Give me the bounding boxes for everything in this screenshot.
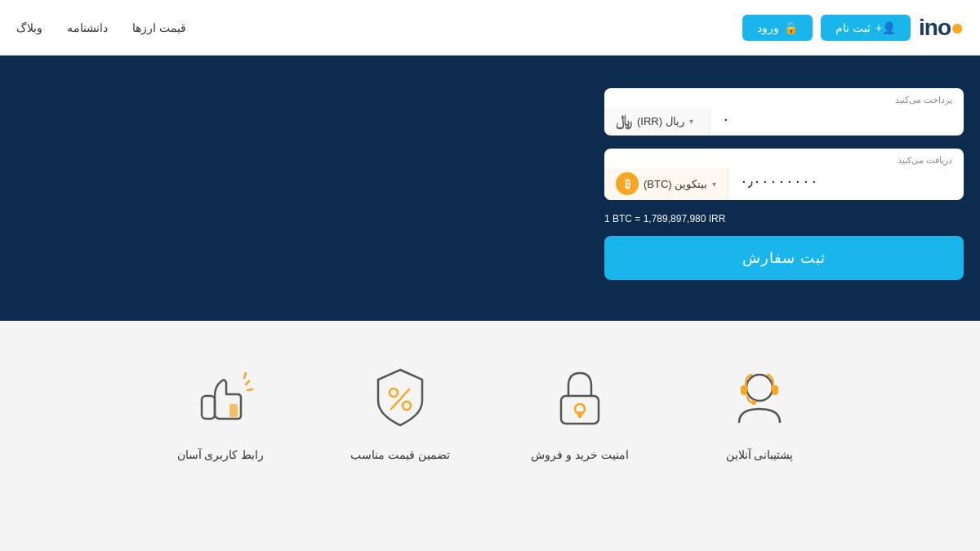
feature-ui-label: رابط کاربری آسان bbox=[177, 448, 265, 461]
svg-line-13 bbox=[244, 373, 246, 378]
nav-blog[interactable]: وبلاگ bbox=[16, 21, 42, 34]
pay-currency-selector[interactable]: ▾ ریال (IRR) ﷼ bbox=[604, 108, 710, 135]
lock-security-icon bbox=[543, 362, 617, 435]
feature-ui: رابط کاربری آسان bbox=[155, 362, 286, 461]
feature-price-label: تضمین قیمت مناسب bbox=[350, 448, 450, 461]
svg-point-0 bbox=[746, 375, 773, 401]
svg-point-3 bbox=[751, 400, 756, 405]
shield-percent-icon bbox=[363, 362, 437, 435]
user-plus-icon: 👤+ bbox=[875, 21, 896, 34]
pay-input-group: پرداخت می‌کنید ▾ ریال (IRR) ﷼ bbox=[604, 88, 964, 136]
header-left: ●ino 👤+ ثبت نام 🔒 ورود bbox=[742, 15, 964, 41]
svg-rect-14 bbox=[229, 404, 238, 417]
feature-support: پشتیبانی آنلاین bbox=[694, 362, 825, 461]
rial-icon: ﷼ bbox=[616, 113, 632, 130]
nav-wiki[interactable]: دانشنامه bbox=[67, 21, 108, 34]
pay-input[interactable] bbox=[710, 107, 964, 136]
header: ●ino 👤+ ثبت نام 🔒 ورود قیمت ارزها دانشنا… bbox=[0, 0, 980, 56]
receive-input[interactable] bbox=[728, 170, 964, 198]
headset-icon bbox=[723, 362, 796, 435]
receive-label: دریافت می‌کنید bbox=[604, 149, 964, 167]
nav-prices[interactable]: قیمت ارزها bbox=[132, 21, 186, 34]
main-nav: قیمت ارزها دانشنامه وبلاگ bbox=[16, 21, 186, 34]
receive-currency-label: بیتکوین (BTC) bbox=[644, 178, 707, 190]
svg-line-9 bbox=[391, 389, 409, 409]
svg-rect-4 bbox=[561, 396, 599, 424]
logo: ●ino bbox=[919, 15, 964, 41]
pay-row: ▾ ریال (IRR) ﷼ bbox=[604, 107, 964, 136]
rate-info: 1 BTC = 1,789,897,980 IRR bbox=[604, 213, 964, 224]
exchange-card: پرداخت می‌کنید ▾ ریال (IRR) ﷼ دریافت می‌… bbox=[604, 88, 964, 280]
svg-rect-10 bbox=[202, 396, 215, 419]
svg-rect-6 bbox=[578, 411, 582, 418]
order-button[interactable]: ثبت سفارش bbox=[604, 236, 964, 280]
thumbsup-icon bbox=[184, 362, 257, 435]
feature-price: تضمین قیمت مناسب bbox=[335, 362, 466, 461]
svg-point-7 bbox=[390, 389, 398, 397]
receive-input-group: دریافت می‌کنید ▾ بیتکوین (BTC) ₿ bbox=[604, 149, 964, 200]
lock-icon: 🔒 bbox=[784, 21, 798, 34]
svg-line-12 bbox=[247, 389, 252, 390]
pay-currency-label: ریال (IRR) bbox=[637, 115, 684, 127]
feature-security: امنیت خرید و فروش bbox=[514, 362, 645, 461]
pay-label: پرداخت می‌کنید bbox=[604, 88, 964, 107]
feature-support-label: پشتیبانی آنلاین bbox=[726, 448, 794, 461]
svg-line-11 bbox=[246, 381, 249, 384]
register-button[interactable]: 👤+ ثبت نام bbox=[821, 15, 911, 41]
bitcoin-icon: ₿ bbox=[616, 172, 639, 195]
hero-section: پرداخت می‌کنید ▾ ریال (IRR) ﷼ دریافت می‌… bbox=[0, 56, 980, 321]
receive-currency-selector[interactable]: ▾ بیتکوین (BTC) ₿ bbox=[604, 167, 728, 200]
login-button[interactable]: 🔒 ورود bbox=[742, 15, 813, 41]
chevron-down-icon: ▾ bbox=[689, 117, 693, 126]
chevron-down-icon: ▾ bbox=[712, 180, 716, 189]
svg-point-8 bbox=[403, 402, 411, 410]
receive-row: ▾ بیتکوین (BTC) ₿ bbox=[604, 167, 964, 200]
features-section: پشتیبانی آنلاین امنیت خرید و فروش bbox=[0, 321, 980, 486]
svg-rect-2 bbox=[772, 385, 778, 395]
feature-security-label: امنیت خرید و فروش bbox=[531, 448, 629, 461]
svg-rect-1 bbox=[741, 385, 747, 395]
